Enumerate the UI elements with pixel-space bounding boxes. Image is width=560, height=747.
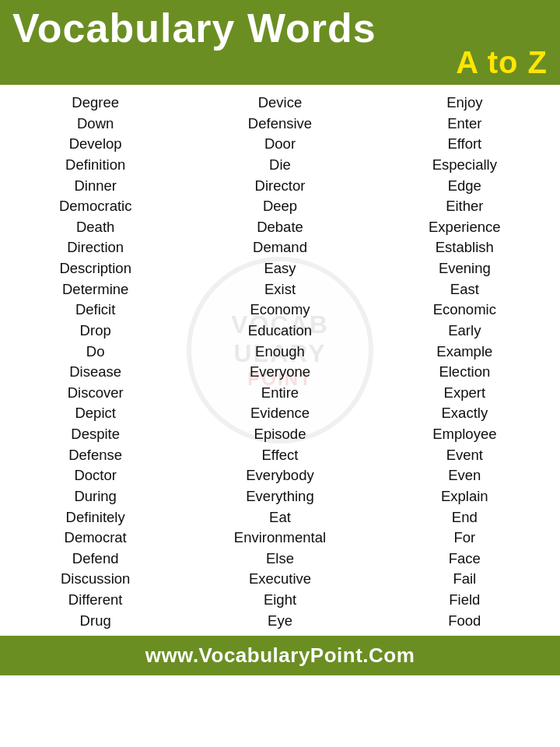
word-item: Exist (264, 279, 296, 300)
word-item: For (453, 528, 475, 549)
word-item: Easy (264, 258, 296, 279)
word-item: Doctor (74, 465, 117, 486)
word-item: Else (266, 549, 294, 570)
word-item: Defend (72, 549, 119, 570)
word-item: Enough (255, 342, 305, 363)
word-item: Either (446, 196, 483, 217)
word-item: Debate (257, 217, 303, 238)
word-item: Despite (71, 424, 120, 445)
word-item: Even (448, 465, 481, 486)
word-item: Economy (250, 300, 310, 321)
word-item: Discover (68, 383, 124, 404)
word-item: Dinner (74, 176, 117, 197)
word-item: Drop (80, 321, 111, 342)
word-item: Definition (65, 155, 125, 176)
word-item: Do (86, 342, 105, 363)
word-item: Entire (261, 383, 299, 404)
word-item: Direction (67, 237, 124, 258)
word-item: Fail (453, 569, 476, 590)
word-item: Field (449, 590, 480, 611)
footer-url: www.VocabularyPoint.Com (0, 644, 560, 668)
word-item: Down (77, 114, 114, 135)
word-item: Definitely (66, 507, 125, 528)
word-item: Democratic (59, 196, 132, 217)
column-1: DegreeDownDevelopDefinitionDinnerDemocra… (3, 93, 187, 631)
word-item: During (74, 486, 117, 507)
word-item: Event (446, 445, 483, 466)
word-item: Die (269, 155, 291, 176)
word-item: Effect (262, 445, 299, 466)
word-item: Everything (246, 486, 313, 507)
word-item: Democrat (65, 528, 127, 549)
word-item: Degree (72, 93, 119, 114)
word-item: Device (258, 93, 303, 114)
word-item: Eat (269, 507, 291, 528)
word-item: Develop (69, 134, 122, 155)
word-item: Evidence (250, 403, 310, 424)
content-area: VOCAB ULARY POINT DegreeDownDevelopDefin… (0, 85, 560, 636)
word-item: Example (436, 342, 492, 363)
words-grid: DegreeDownDevelopDefinitionDinnerDemocra… (0, 93, 560, 631)
word-item: Demand (253, 237, 307, 258)
header-title: Vocabulary Words (12, 8, 376, 48)
word-item: Defense (68, 445, 122, 466)
word-item: Different (68, 590, 123, 611)
column-3: EnjoyEnterEffortEspeciallyEdgeEitherExpe… (373, 93, 557, 631)
header-subtitle: A to Z (456, 45, 548, 80)
word-item: Description (59, 258, 131, 279)
word-item: Episode (254, 424, 306, 445)
header: Vocabulary Words A to Z (0, 0, 560, 85)
word-item: Discussion (61, 569, 130, 590)
word-item: Enjoy (446, 93, 482, 114)
word-item: Defensive (248, 114, 312, 135)
word-item: Director (255, 176, 306, 197)
word-item: Expert (444, 383, 485, 404)
word-item: Food (448, 611, 481, 632)
word-item: Election (439, 362, 490, 383)
word-item: Drug (80, 611, 111, 632)
word-item: Determine (62, 279, 128, 300)
word-item: Disease (69, 362, 121, 383)
word-item: Explain (441, 486, 488, 507)
word-item: End (452, 507, 478, 528)
word-item: Death (76, 217, 114, 238)
word-item: Edge (448, 176, 481, 197)
word-item: Executive (249, 569, 311, 590)
word-item: Everyone (250, 362, 310, 383)
word-item: Employee (432, 424, 496, 445)
word-item: Effort (447, 134, 481, 155)
word-item: East (450, 279, 479, 300)
word-item: Experience (429, 217, 501, 238)
word-item: Eight (264, 590, 296, 611)
word-item: Door (264, 134, 296, 155)
word-item: Economic (433, 300, 496, 321)
word-item: Environmental (234, 528, 326, 549)
word-item: Especially (432, 155, 497, 176)
word-item: Everybody (246, 465, 313, 486)
word-item: Deficit (75, 300, 115, 321)
word-item: Early (448, 321, 481, 342)
word-item: Depict (75, 403, 115, 424)
word-item: Eye (268, 611, 292, 632)
word-item: Establish (436, 237, 494, 258)
footer: www.VocabularyPoint.Com (0, 636, 560, 675)
word-item: Face (449, 549, 481, 570)
column-2: DeviceDefensiveDoorDieDirectorDeepDebate… (187, 93, 372, 631)
word-item: Deep (263, 196, 297, 217)
word-item: Education (248, 321, 312, 342)
word-item: Exactly (442, 403, 488, 424)
word-item: Evening (439, 258, 491, 279)
word-item: Enter (447, 114, 481, 135)
